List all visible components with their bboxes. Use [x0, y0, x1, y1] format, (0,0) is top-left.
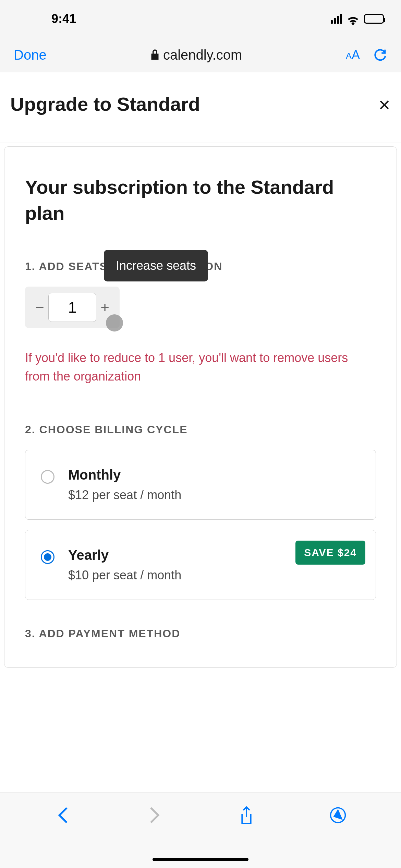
decrease-seats-button[interactable]: −	[31, 294, 48, 321]
browser-toolbar	[0, 793, 401, 868]
step3-label: 3. ADD PAYMENT METHOD	[25, 627, 376, 640]
increase-seats-tooltip: Increase seats	[104, 250, 208, 281]
status-indicators	[331, 14, 384, 24]
battery-icon	[364, 14, 384, 24]
forward-button[interactable]	[146, 807, 163, 824]
page-title: Upgrade to Standard	[10, 93, 200, 115]
step1-label: 1. ADD SEATS TO SUBSCRIPTION Increase se…	[25, 260, 376, 273]
tabs-button[interactable]	[329, 807, 347, 824]
browser-address-bar: Done calendly.com AA	[0, 38, 401, 72]
cellular-icon	[331, 14, 342, 24]
option-title: Yearly	[68, 547, 181, 563]
card-title: Your subscription to the Standard plan	[25, 174, 376, 226]
done-button[interactable]: Done	[14, 47, 47, 63]
url-text: calendly.com	[163, 47, 242, 63]
back-button[interactable]	[54, 807, 72, 824]
radio-monthly[interactable]	[41, 470, 54, 484]
seat-warning: If you'd like to reduce to 1 user, you'l…	[25, 349, 376, 386]
option-price: $10 per seat / month	[68, 568, 181, 582]
refresh-button[interactable]	[374, 47, 387, 63]
status-bar: 9:41	[0, 0, 401, 38]
billing-yearly-option[interactable]: Yearly $10 per seat / month SAVE $24	[25, 530, 376, 600]
close-button[interactable]: ✕	[378, 93, 391, 114]
billing-monthly-option[interactable]: Monthly $12 per seat / month	[25, 450, 376, 520]
step2-label: 2. CHOOSE BILLING CYCLE	[25, 423, 376, 436]
option-title: Monthly	[68, 467, 181, 483]
url-display[interactable]: calendly.com	[150, 47, 242, 63]
home-indicator[interactable]	[153, 858, 248, 861]
share-button[interactable]	[238, 807, 255, 824]
radio-yearly[interactable]	[41, 550, 54, 564]
lock-icon	[150, 49, 160, 61]
seats-input[interactable]	[48, 293, 96, 322]
page-content: Upgrade to Standard ✕ Your subscription …	[0, 72, 401, 792]
text-size-button[interactable]: AA	[346, 48, 360, 62]
touch-indicator	[106, 314, 123, 331]
wifi-icon	[347, 14, 359, 24]
subscription-card: Your subscription to the Standard plan 1…	[4, 146, 397, 668]
status-time: 9:41	[17, 12, 76, 26]
save-badge: SAVE $24	[295, 541, 365, 565]
modal-header: Upgrade to Standard ✕	[0, 72, 401, 143]
option-price: $12 per seat / month	[68, 488, 181, 502]
seat-stepper: − +	[25, 287, 120, 328]
